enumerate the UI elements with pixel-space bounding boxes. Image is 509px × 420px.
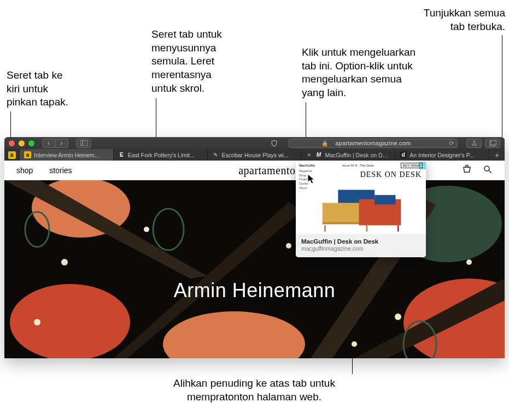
svg-line-5 <box>489 170 492 173</box>
cursor-icon <box>307 174 316 185</box>
search-icon[interactable] <box>483 164 493 176</box>
preview-heading: DESK ON DESK <box>360 170 422 179</box>
tab-close-button[interactable]: × <box>306 151 312 158</box>
address-bar[interactable]: 🔒 apartamentomagazine.com ⟳ <box>289 139 458 148</box>
svg-rect-3 <box>490 140 496 145</box>
favicon-icon: d <box>400 151 407 158</box>
favicon-icon: ✎ <box>212 151 219 158</box>
page-content: shop stories apartamento <box>4 161 505 358</box>
privacy-report-button[interactable] <box>268 140 280 147</box>
svg-point-14 <box>144 227 149 232</box>
svg-point-15 <box>286 243 291 249</box>
forward-button[interactable]: › <box>55 139 68 148</box>
tab-bar: a a Interview Armin Heinem... E East For… <box>4 149 505 161</box>
tab-label: Interview Armin Heinem... <box>34 152 100 158</box>
share-button[interactable] <box>466 139 482 148</box>
site-logo[interactable]: apartamento <box>238 164 295 177</box>
fullscreen-window-button[interactable] <box>28 140 34 146</box>
favicon-icon: a <box>24 151 31 158</box>
tab-label: MacGuffin | Desk on De... <box>325 152 390 158</box>
preview-caption-url: macguffinmagazine.com <box>301 245 420 252</box>
tab-label: East Fork Pottery's Limit... <box>128 152 195 158</box>
titlebar: ‹ › 🔒 apartamentomagazine.com ⟳ <box>4 137 505 149</box>
sidebar-button[interactable] <box>76 139 91 148</box>
window-controls <box>9 140 34 146</box>
preview-caption: MacGuffin | Desk on Desk macguffinmagazi… <box>296 234 426 257</box>
favicon-icon: E <box>118 151 125 158</box>
preview-thumbnail: → MacGuffin Issue Nº 8 · The Desk BUY IS… <box>296 161 426 234</box>
callout-show-all-tabs: Tunjukkan semuatab terbuka. <box>382 7 505 33</box>
address-text: apartamentomagazine.com <box>336 140 411 146</box>
tab-1[interactable]: E East Fork Pottery's Limit... <box>114 149 208 161</box>
tab-0[interactable]: a Interview Armin Heinem... <box>20 149 114 161</box>
cart-icon[interactable] <box>462 164 472 176</box>
callout-hover-preview: Alihkan penuding ke atas tab untukmempra… <box>104 377 405 404</box>
tab-label: An Interior Designer's P... <box>409 152 474 158</box>
site-header: shop stories apartamento <box>4 161 505 180</box>
preview-brand: MacGuffin <box>299 164 315 167</box>
safari-window: ‹ › 🔒 apartamentomagazine.com ⟳ a a I <box>4 137 505 358</box>
callout-pin-tab: Seret tab kekiri untukpinkan tapak. <box>7 69 100 109</box>
tab-3[interactable]: × M MacGuffin | Desk on De... <box>301 149 395 161</box>
svg-rect-27 <box>375 195 395 204</box>
callout-line <box>502 35 502 142</box>
tab-label: Escobar House Plays wi... <box>222 152 289 158</box>
nav-buttons: ‹ › <box>42 139 68 148</box>
back-button[interactable]: ‹ <box>42 139 55 148</box>
tab-overview-button[interactable] <box>485 139 500 148</box>
hero-image: Armin Heinemann <box>4 180 505 358</box>
svg-point-8 <box>10 284 130 358</box>
pinned-tab[interactable]: a <box>4 149 20 161</box>
lock-icon: 🔒 <box>321 140 328 146</box>
preview-issue: Issue Nº 8 · The Desk <box>342 164 374 167</box>
svg-point-13 <box>61 259 68 265</box>
svg-point-16 <box>395 313 401 320</box>
hero-title: Armin Heinemann <box>174 279 336 302</box>
svg-point-4 <box>484 166 489 171</box>
minimize-window-button[interactable] <box>19 140 25 146</box>
nav-shop[interactable]: shop <box>16 166 33 175</box>
preview-caption-title: MacGuffin | Desk on Desk <box>301 238 420 245</box>
favicon-icon: M <box>315 151 322 158</box>
callout-drag-tab: Seret tab untukmenyusunnyasemula. Leretm… <box>151 28 261 95</box>
svg-point-19 <box>34 319 40 326</box>
tab-2[interactable]: ✎ Escobar House Plays wi... <box>208 149 302 161</box>
desk-illustration <box>307 185 411 232</box>
svg-point-18 <box>466 259 472 265</box>
nav-stories[interactable]: stories <box>49 166 72 175</box>
pinned-tab-favicon: a <box>8 151 16 159</box>
svg-point-17 <box>352 341 357 347</box>
svg-rect-0 <box>80 140 87 146</box>
new-tab-button[interactable]: + <box>489 149 505 161</box>
callout-close-tab: Klik untuk mengeluarkantab ini. Option-k… <box>302 46 444 100</box>
close-window-button[interactable] <box>9 140 15 146</box>
preview-buy: BUY ISSUE <box>401 163 423 168</box>
reload-button[interactable]: ⟳ <box>449 140 454 147</box>
tab-4[interactable]: d An Interior Designer's P... <box>395 149 489 161</box>
